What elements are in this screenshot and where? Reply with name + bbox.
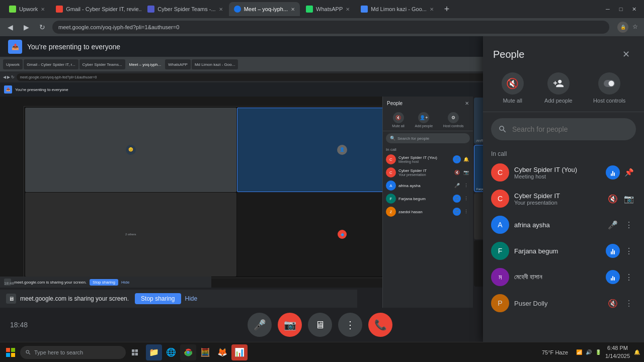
person-puser-more-btn[interactable]: ⋮ [622, 296, 636, 310]
inner-pp-hostcontrols[interactable]: ⚙ Host controls [443, 112, 464, 128]
pinned-edge[interactable]: 🌐 [163, 344, 179, 360]
inner-stop-sharing-btn[interactable]: Stop sharing [90, 279, 118, 286]
hangup-button[interactable]: 📞 [368, 313, 392, 337]
share-notification-text: meet.google.com is sharing your screen. [20, 295, 129, 302]
task-view-button[interactable] [128, 345, 142, 359]
inner-zaedol-talking: 🎵 [453, 208, 461, 216]
upwork-favicon [9, 6, 16, 13]
pinned-chrome[interactable] [180, 344, 196, 360]
person-cs-info: Cyber Spider IT Your presentation [514, 192, 601, 206]
windows-logo-icon [6, 348, 15, 357]
inner-search-placeholder: Search for people [397, 136, 429, 141]
people-panel: People ✕ 🔇 Mute all Add people [483, 36, 644, 342]
tab-meet-close[interactable]: ✕ [291, 7, 295, 12]
camera-button[interactable]: 📷 [278, 313, 302, 337]
inner-farjana-more-item: ⋮ [462, 195, 470, 203]
person-mehedhi-avatar: ম [491, 268, 509, 286]
clock-date: 1/14/2025 [605, 352, 630, 360]
pinned-calculator[interactable]: 🧮 [197, 344, 213, 360]
network-icon[interactable]: 📶 [575, 348, 583, 356]
taskbar-search[interactable]: Type here to search [20, 346, 126, 359]
people-search-input[interactable] [512, 125, 629, 133]
system-tray: 75°F Haze 📶 🔊 🔋 6:48 PM 1/14/2025 🔔 [542, 344, 641, 360]
person-you-pin-btn[interactable]: 📌 [622, 165, 636, 179]
host-controls-label: Host controls [593, 98, 625, 104]
person-afrina-more-btn[interactable]: ⋮ [622, 218, 636, 232]
person-item-afrina: A afrina aysha 🎤 ⋮ [487, 212, 640, 238]
notification-icon[interactable]: 🔔 [633, 348, 641, 356]
inner-hide-btn[interactable]: Hide [121, 280, 129, 285]
tab-limon[interactable]: Md Limon kazi - Goo... ✕ [356, 2, 439, 16]
tab-upwork[interactable]: Upwork ✕ [4, 2, 50, 16]
controls-center: 🎤 📷 🖥 ⋮ 📞 [248, 313, 392, 337]
stop-sharing-button[interactable]: Stop sharing [135, 293, 181, 304]
tab-meet[interactable]: Meet – yoq-iyph... ✕ [229, 2, 300, 16]
inner-zaedol-info: zaedol hasan [398, 210, 450, 214]
pinned-explorer[interactable]: 📁 [146, 344, 162, 360]
tab-teams[interactable]: Cyber Spider Teams -... ✕ [142, 2, 227, 16]
tab-bar: Upwork ✕ Gmail - Cyber Spider IT, revie.… [0, 0, 644, 18]
host-controls-action[interactable]: Host controls [593, 72, 625, 104]
nav-bar: ◀ ▶ ↻ meet.google.com/yoq-iyph-fed?pli=1… [0, 18, 644, 36]
mic-button[interactable]: 🎤 [248, 313, 272, 337]
star-btn[interactable]: ☆ [630, 22, 640, 32]
person-afrina-muted-icon: 🎤 [606, 218, 620, 232]
inner-banner: 📤 You're presenting to everyone Stop pre… [0, 82, 538, 97]
person-item-mehedhi: ম মেহেদী হাসান ⋮ [487, 264, 640, 290]
inner-pp-search[interactable]: 🔍 Search for people [386, 133, 470, 143]
pinned-app-6[interactable]: 📊 [231, 344, 248, 360]
battery-icon[interactable]: 🔋 [594, 348, 602, 356]
inner-cs-actions: 🔇 📷 [453, 168, 470, 176]
tab-teams-close[interactable]: ✕ [219, 7, 223, 12]
address-bar[interactable]: meet.google.com/yoq-iyph-fed?pli=1&authu… [52, 21, 609, 34]
volume-icon[interactable]: 🔊 [585, 348, 593, 356]
minimize-button[interactable]: ─ [602, 3, 614, 15]
forward-button[interactable]: ▶ [20, 21, 32, 33]
share-screen-icon: 🖥 [6, 294, 16, 304]
person-mehedhi-more-btn[interactable]: ⋮ [622, 270, 636, 284]
person-farjana-more-btn[interactable]: ⋮ [622, 244, 636, 258]
inner-afrina-actions: 🎤 ⋮ [453, 182, 470, 190]
inner-share-text: meet.google.com is sharing your screen. [14, 280, 87, 285]
start-button[interactable] [3, 345, 18, 360]
maximize-button[interactable]: □ [615, 3, 627, 15]
back-button[interactable]: ◀ [4, 21, 16, 33]
you-vol-bars [611, 169, 615, 176]
tab-whatsapp[interactable]: WhatsAPP ✕ [301, 2, 355, 16]
mute-all-action[interactable]: 🔇 Mute all [502, 72, 524, 104]
close-window-button[interactable]: ✕ [628, 3, 640, 15]
extensions-btn[interactable]: 🔒 [617, 22, 628, 33]
tab-gmail[interactable]: Gmail - Cyber Spider IT, revie... ✕ [51, 2, 141, 16]
preview-tab-whatsapp: WhatsAPP [165, 59, 191, 69]
inner-muteall-icon: 🔇 [393, 112, 404, 123]
inner-farjana-info: Farjana begum [398, 197, 450, 201]
inner-pp-close[interactable]: ✕ [465, 101, 469, 106]
pinned-firefox[interactable]: 🦊 [214, 344, 230, 360]
people-panel-title: People [493, 49, 524, 60]
window-controls: ─ □ ✕ [602, 3, 640, 15]
svg-rect-4 [6, 348, 10, 352]
person-puser-muted-icon: 🔇 [606, 296, 620, 310]
inner-pp-addpeople[interactable]: 👤+ Add people [415, 112, 433, 128]
tab-whatsapp-close[interactable]: ✕ [346, 7, 350, 12]
hide-button[interactable]: Hide [185, 295, 198, 302]
more-options-button[interactable]: ⋮ [338, 313, 362, 337]
refresh-button[interactable]: ↻ [36, 21, 48, 33]
chrome-icon [184, 348, 193, 357]
tab-upwork-close[interactable]: ✕ [41, 7, 45, 12]
inner-you-actions: 🎵 🔔 [453, 155, 470, 163]
inner-people-panel: People ✕ 🔇 Mute all 👤+ Add people [382, 97, 473, 308]
inner-person-you: C Cyber Spider IT (You) Meeting host 🎵 🔔 [383, 153, 473, 166]
add-people-action[interactable]: Add people [544, 72, 573, 104]
new-tab-button[interactable]: + [440, 2, 454, 16]
people-list: C Cyber Spider IT (You) Meeting host 📌 [483, 159, 644, 342]
tab-limon-close[interactable]: ✕ [430, 7, 434, 12]
svg-rect-6 [6, 353, 10, 357]
people-panel-close-button[interactable]: ✕ [618, 46, 634, 62]
inner-pp-muteall[interactable]: 🔇 Mute all [392, 112, 405, 128]
person-farjana-name: Farjana begum [514, 247, 601, 255]
people-search-bar[interactable] [491, 118, 636, 140]
meet-favicon [234, 6, 241, 13]
screen-share-button[interactable]: 🖥 [308, 313, 332, 337]
person-farjana-info: Farjana begum [514, 247, 601, 255]
